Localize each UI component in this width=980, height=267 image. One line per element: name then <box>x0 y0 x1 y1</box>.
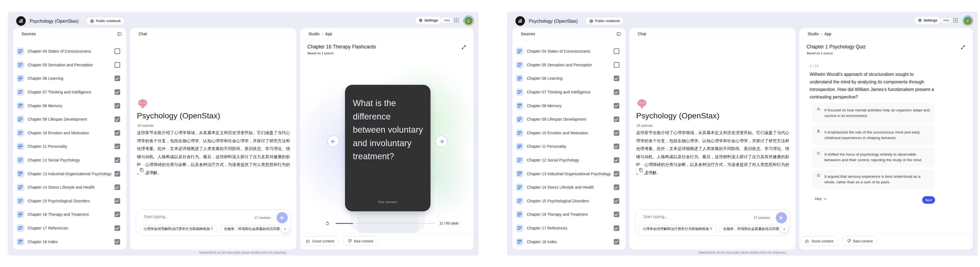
source-checkbox[interactable] <box>614 62 619 68</box>
flashcard[interactable]: What is the difference between voluntary… <box>345 85 431 211</box>
source-row[interactable]: Chapter 16 Therapy and Treatment <box>13 208 126 221</box>
source-checkbox[interactable] <box>115 184 120 190</box>
source-checkbox[interactable] <box>115 239 120 245</box>
collapse-panel-icon[interactable] <box>616 32 621 37</box>
source-checkbox[interactable] <box>115 48 120 54</box>
quiz-option[interactable]: C. It shifted the focus of psychology en… <box>812 147 935 167</box>
source-row[interactable]: Chapter 18 Index <box>13 235 126 249</box>
source-checkbox[interactable] <box>115 144 120 149</box>
open-in-full-icon[interactable] <box>961 45 966 50</box>
chips-scroll-right-button[interactable]: › <box>281 225 289 233</box>
source-checkbox[interactable] <box>115 75 120 81</box>
chips-scroll-right-button[interactable]: › <box>780 225 788 233</box>
suggestion-chip[interactable]: 心理学如何理解和治疗异常行为和精神疾病？ <box>639 225 717 233</box>
next-card-button[interactable] <box>436 136 447 147</box>
quiz-option[interactable]: D. It argued that sensory experience is … <box>812 169 935 189</box>
source-row[interactable]: Chapter 06 Learning <box>512 72 625 85</box>
source-row[interactable]: Chapter 05 Sensation and Perception <box>512 58 625 72</box>
hint-dropdown[interactable]: Hint <box>815 197 827 201</box>
source-checkbox[interactable] <box>614 157 619 163</box>
previous-card-button[interactable] <box>328 136 339 147</box>
source-checkbox[interactable] <box>115 62 120 68</box>
source-checkbox[interactable] <box>614 103 619 109</box>
source-checkbox[interactable] <box>614 184 619 190</box>
source-row[interactable]: Chapter 07 Thinking and Intelligence <box>512 85 625 99</box>
source-checkbox[interactable] <box>115 103 120 109</box>
source-row[interactable]: Chapter 14 Stress Lifestyle and Health <box>512 181 625 194</box>
source-checkbox[interactable] <box>614 198 619 204</box>
source-row[interactable]: Chapter 18 Index <box>512 235 625 249</box>
source-row[interactable]: Chapter 13 Industrial-Organizational Psy… <box>512 167 625 181</box>
open-in-full-icon[interactable] <box>461 45 466 50</box>
apps-grid-icon[interactable] <box>953 18 958 23</box>
source-checkbox[interactable] <box>115 89 120 95</box>
account-avatar[interactable]: C <box>963 16 973 26</box>
source-checkbox[interactable] <box>115 212 120 217</box>
source-row[interactable]: Chapter 05 Sensation and Perception <box>13 58 126 72</box>
bad-content-button[interactable]: Bad content <box>842 236 877 246</box>
source-row[interactable]: Chapter 10 Emotion and Motivation <box>512 126 625 140</box>
send-button[interactable] <box>776 212 787 223</box>
source-row[interactable]: Chapter 15 Psychological Disorders <box>13 194 126 208</box>
breadcrumb-studio[interactable]: Studio <box>309 32 320 36</box>
suggestion-chip[interactable]: 心理学如何理解和治疗异常行为和精神疾病？ <box>140 225 217 233</box>
source-row[interactable]: Chapter 11 Personality <box>512 140 625 153</box>
source-row[interactable]: Chapter 10 Emotion and Motivation <box>13 126 126 140</box>
source-row[interactable]: Chapter 12 Social Psychology <box>13 153 126 167</box>
source-checkbox[interactable] <box>115 157 120 163</box>
source-row[interactable]: Chapter 13 Industrial-Organizational Psy… <box>13 167 126 181</box>
suggestion-chip[interactable]: 生物学、环境和社会因素如何共同塑造 <box>719 225 779 233</box>
chat-input[interactable] <box>643 214 736 219</box>
quiz-option[interactable]: B. It emphasized the role of the unconsc… <box>812 125 935 145</box>
source-checkbox[interactable] <box>614 225 619 231</box>
source-row[interactable]: Chapter 09 Lifespan Development <box>512 112 625 126</box>
source-row[interactable]: Chapter 04 States of Consciousness <box>512 45 625 58</box>
source-checkbox[interactable] <box>614 239 619 245</box>
source-checkbox[interactable] <box>614 48 619 54</box>
source-row[interactable]: Chapter 08 Memory <box>512 99 625 112</box>
good-content-button[interactable]: Good content <box>301 236 339 246</box>
source-checkbox[interactable] <box>115 117 120 122</box>
account-avatar[interactable]: C <box>463 16 474 26</box>
source-checkbox[interactable] <box>614 144 619 149</box>
source-row[interactable]: Chapter 11 Personality <box>13 140 126 153</box>
source-checkbox[interactable] <box>115 198 120 204</box>
source-checkbox[interactable] <box>614 75 619 81</box>
source-row[interactable]: Chapter 17 References <box>13 221 126 235</box>
source-checkbox[interactable] <box>614 117 619 122</box>
source-checkbox[interactable] <box>614 171 619 177</box>
source-row[interactable]: Chapter 16 Therapy and Treatment <box>512 208 625 221</box>
good-content-button[interactable]: Good content <box>800 236 838 246</box>
source-checkbox[interactable] <box>614 130 619 136</box>
collapse-panel-icon[interactable] <box>117 32 122 37</box>
source-checkbox[interactable] <box>614 89 619 95</box>
quiz-option[interactable]: A. It focused on how mental activities h… <box>812 103 935 123</box>
apps-grid-icon[interactable] <box>454 18 459 23</box>
next-question-button[interactable]: Next <box>922 196 935 204</box>
source-row[interactable]: Chapter 06 Learning <box>13 72 126 85</box>
bad-content-button[interactable]: Bad content <box>343 236 378 246</box>
settings-button[interactable]: Settings <box>915 16 940 24</box>
suggestion-chip[interactable]: 生物学、环境和社会因素如何共同塑造 <box>220 225 280 233</box>
source-checkbox[interactable] <box>115 225 120 231</box>
source-row[interactable]: Chapter 08 Memory <box>13 99 126 112</box>
source-row[interactable]: Chapter 07 Thinking and Intelligence <box>13 85 126 99</box>
restart-icon[interactable] <box>325 221 329 225</box>
source-row[interactable]: Chapter 14 Stress Lifestyle and Health <box>13 181 126 194</box>
source-row[interactable]: Chapter 12 Social Psychology <box>512 153 625 167</box>
source-row[interactable]: Chapter 17 References <box>512 221 625 235</box>
breadcrumb-studio[interactable]: Studio <box>808 32 819 36</box>
source-checkbox[interactable] <box>115 171 120 177</box>
chat-input[interactable] <box>143 214 237 219</box>
source-row[interactable]: Chapter 04 States of Consciousness <box>13 45 126 58</box>
source-row[interactable]: Chapter 15 Psychological Disorders <box>512 194 625 208</box>
copy-button[interactable] <box>636 165 646 175</box>
copy-button[interactable] <box>136 165 147 175</box>
send-button[interactable] <box>277 212 288 223</box>
settings-button[interactable]: Settings <box>415 16 441 24</box>
source-checkbox[interactable] <box>115 130 120 136</box>
source-row[interactable]: Chapter 09 Lifespan Development <box>13 112 126 126</box>
source-checkbox[interactable] <box>614 212 619 217</box>
progress-bar[interactable] <box>336 223 436 224</box>
see-answer-label[interactable]: See answer <box>345 200 431 204</box>
